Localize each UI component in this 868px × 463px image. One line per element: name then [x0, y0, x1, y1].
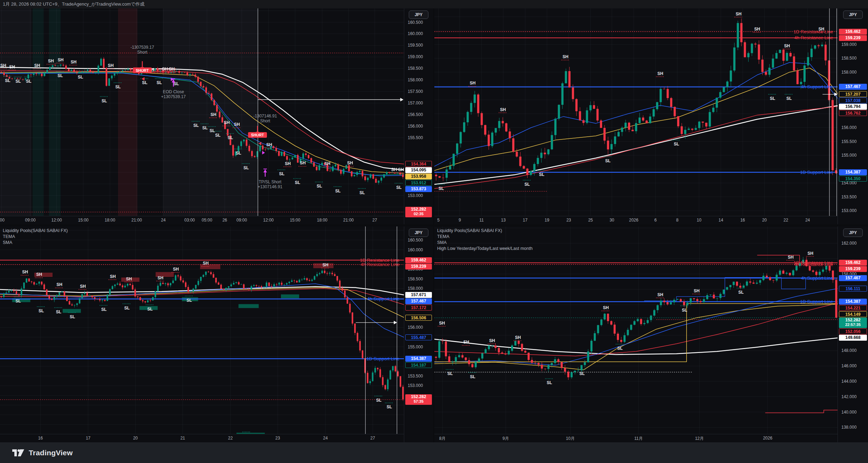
swing-low-label: SL [101, 307, 106, 312]
swing-high-label: SH [788, 255, 794, 260]
price-label: 156.506 [405, 315, 432, 321]
price-label: 154.387 [839, 169, 867, 175]
swing-high-label: SH [489, 338, 495, 343]
time-label: 12月 [695, 436, 704, 442]
price-scale[interactable]: JPY 162.000158.000148.000146.000144.0001… [838, 226, 868, 442]
swing-high-label: SH [285, 161, 291, 166]
currency-button[interactable]: JPY [409, 229, 428, 237]
plot-area[interactable]: SHSHSHSHSHSHSHSHSHSHSHSHSHSHSHSHSHSHSHSH… [0, 8, 404, 216]
price-tick: 158.500 [841, 56, 856, 61]
price-label: 154.350 [839, 176, 867, 182]
chart-pane-bottom-left[interactable]: SHSHSHSHSHSHSHSHSHSHSLSLSLSLSLSLSLSLSLSL… [0, 226, 433, 442]
price-tick: 153.500 [408, 374, 423, 379]
level-label: 1D Support Line [366, 356, 399, 361]
swing-low-label: SL [335, 189, 340, 193]
price-scale[interactable]: JPY 160.500160.000159.000158.500158.0001… [404, 226, 433, 442]
time-label: 09:00 [25, 218, 36, 223]
legend-item[interactable]: Liquidity Pools(SABAI SABAI FX) [3, 228, 68, 234]
currency-button[interactable]: JPY [409, 11, 428, 19]
candlestick-chart[interactable]: SHSHSHSHSHSHSHSHSHSHSHSHSHSHSHSHSHSHSHSH… [0, 8, 404, 216]
candlestick-chart[interactable]: SHSHSHSHSHSHSHSHSLSLSLSLSLSLSL1D Resista… [434, 8, 838, 216]
swing-high-label: SH [34, 63, 40, 68]
swing-high-label: SH [234, 122, 240, 127]
currency-button[interactable]: JPY [843, 229, 863, 237]
chart-pane-top-left[interactable]: SHSHSHSHSHSHSHSHSHSHSHSHSHSHSHSHSHSHSHSH… [0, 8, 433, 224]
price-scale[interactable]: JPY 159.000158.500158.000156.500156.0001… [838, 8, 868, 224]
price-tick: 159.500 [408, 43, 423, 48]
price-label: 159.239 [839, 266, 867, 272]
time-axis[interactable]: 8月9月10月11月12月2026 [434, 434, 838, 442]
legend-item[interactable]: Liquidity Pools(SABAI SABAI FX) [437, 228, 532, 234]
chart-pane-bottom-right[interactable]: SHSHSHSHSHSHSHSHSHSLSLSLSLSLSLSL1D Resis… [434, 226, 868, 442]
swing-low-label: SL [124, 306, 130, 311]
swing-high-label: SH [203, 261, 209, 266]
price-tick: 162.000 [841, 241, 856, 246]
time-label: 18:00 [317, 218, 328, 223]
plot-area[interactable]: SHSHSHSHSHSHSHSHSHSLSLSLSLSLSLSL1D Resis… [434, 226, 838, 434]
candles-layer [435, 257, 837, 380]
swing-low-label: SL [209, 128, 215, 133]
swing-low-label: SL [202, 125, 207, 130]
plot-area[interactable]: SHSHSHSHSHSHSHSHSLSLSLSLSLSLSL1D Resista… [434, 8, 838, 216]
swing-high-label: SH [563, 54, 569, 59]
price-label: 154.221 [839, 305, 867, 311]
swing-low-label: SL [56, 309, 61, 314]
time-label: 25 [588, 218, 593, 223]
time-label: :00 [0, 218, 5, 223]
grid-layer [434, 226, 838, 434]
time-label: 27 [370, 436, 375, 441]
price-tick: 158.500 [408, 66, 423, 71]
swing-low-label: SL [279, 171, 284, 176]
tradingview-logo-icon[interactable] [12, 448, 25, 457]
legend-item[interactable]: SMA [437, 240, 532, 246]
price-scale[interactable]: JPY 160.500160.000159.500159.000158.5001… [404, 8, 433, 224]
price-label: 154.149 [839, 311, 867, 317]
current-price-label: 152.28222:57:35 [839, 318, 867, 328]
currency-button[interactable]: JPY [843, 11, 863, 19]
price-tick: 138.000 [841, 425, 856, 430]
time-label: 18:00 [105, 218, 115, 223]
legend-item[interactable]: High Low Yesterday/Today/Last week/Last … [437, 246, 532, 252]
time-label: 12:00 [263, 218, 274, 223]
swing-high-label: SH [398, 167, 404, 172]
price-label: 154.387 [405, 356, 432, 362]
swing-low-label: SL [376, 398, 381, 403]
time-label: 30 [609, 218, 614, 223]
current-price-label: 152.28202:35 [405, 207, 432, 217]
swing-high-label: SH [439, 321, 445, 326]
time-axis[interactable]: 1617202122232427 [0, 434, 404, 442]
time-axis[interactable]: 5911131719232530202668101416202224 [434, 216, 838, 224]
price-label: 156.111 [839, 286, 867, 292]
legend-item[interactable]: TEMA [437, 234, 532, 240]
swing-high-label: SH [56, 282, 62, 287]
price-label: 159.239 [405, 264, 432, 270]
legend-item[interactable]: TEMA [3, 234, 68, 240]
time-label: 24 [161, 218, 166, 223]
time-label: 23 [275, 436, 280, 441]
swing-high-label: SH [324, 161, 330, 166]
time-label: 26 [222, 218, 227, 223]
legend-item[interactable]: SMA [3, 240, 68, 246]
plot-area[interactable]: SHSHSHSHSHSHSHSHSHSHSLSLSLSLSLSLSLSLSLSL… [0, 226, 404, 434]
price-tick: 153.000 [408, 383, 423, 388]
candlestick-chart[interactable]: SHSHSHSHSHSHSHSHSHSLSLSLSLSLSLSL1D Resis… [434, 226, 838, 434]
swing-high-label: SH [58, 57, 64, 62]
time-axis[interactable]: :0009:0012:0015:0018:0021:002403:0005:00… [0, 216, 404, 224]
swing-low-label: SL [39, 308, 44, 313]
swing-markers: SHSHSHSHSHSHSHSHSHSLSLSLSLSLSLSL [438, 251, 815, 386]
indicator-legend: Liquidity Pools(SABAI SABAI FX)TEMASMA [3, 228, 68, 246]
swing-high-label: SH [158, 275, 164, 280]
price-tick: 155.500 [408, 135, 423, 140]
candlestick-chart[interactable]: SHSHSHSHSHSHSHSHSHSHSLSLSLSLSLSLSLSLSLSL… [0, 226, 404, 434]
price-tick: 156.000 [408, 325, 423, 330]
swing-low-label: SL [236, 151, 241, 156]
chart-pane-top-right[interactable]: SHSHSHSHSHSHSHSHSLSLSLSLSLSLSL1D Resista… [434, 8, 868, 224]
time-label: 11月 [634, 436, 643, 442]
level-label: 4h Support Line [801, 275, 833, 281]
price-tick: 153.000 [408, 193, 423, 198]
price-tick: 153.500 [841, 195, 856, 199]
swing-low-label: SL [147, 307, 152, 312]
tradingview-logo-text[interactable]: TradingView [29, 449, 73, 457]
price-tick: 158.500 [408, 277, 423, 281]
price-label: 159.462 [839, 29, 867, 35]
